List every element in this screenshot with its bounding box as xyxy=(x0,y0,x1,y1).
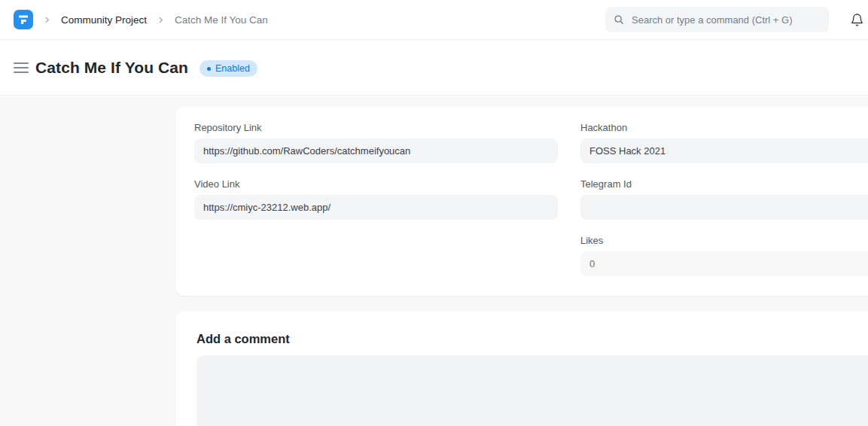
status-dot xyxy=(207,67,211,71)
hackathon-input[interactable] xyxy=(580,138,868,163)
field-repository-link: Repository Link xyxy=(194,123,558,163)
app-logo[interactable] xyxy=(14,10,33,29)
page-title: Catch Me If You Can xyxy=(35,59,188,77)
field-video-link: Video Link xyxy=(194,179,558,220)
telegram-id-input[interactable] xyxy=(580,195,868,220)
status-badge-label: Enabled xyxy=(215,63,250,74)
form-column-right: Hackathon Telegram Id Likes xyxy=(580,123,868,276)
frappe-logo-icon xyxy=(18,14,29,25)
likes-label: Likes xyxy=(580,236,868,246)
field-hackathon: Hackathon xyxy=(580,123,868,163)
breadcrumb-item-current: Catch Me If You Can xyxy=(175,14,268,26)
add-comment-title: Add a comment xyxy=(196,333,868,345)
hackathon-label: Hackathon xyxy=(580,123,868,133)
status-badge: Enabled xyxy=(199,60,257,77)
chevron-right-icon xyxy=(157,16,165,24)
form-grid: Repository Link Video Link Hackathon Tel… xyxy=(194,123,868,276)
global-search[interactable] xyxy=(605,7,829,32)
video-link-input[interactable] xyxy=(194,195,558,220)
page-header: Catch Me If You Can Enabled xyxy=(0,40,868,96)
field-likes: Likes xyxy=(580,236,868,276)
repository-link-label: Repository Link xyxy=(194,123,558,133)
notification-bell-icon[interactable] xyxy=(848,11,865,28)
breadcrumb-item-community-project[interactable]: Community Project xyxy=(61,14,147,26)
telegram-id-label: Telegram Id xyxy=(580,179,868,190)
comment-input[interactable] xyxy=(196,355,868,426)
form-column-left: Repository Link Video Link xyxy=(194,123,558,276)
likes-value xyxy=(580,251,868,276)
form-details-card: Repository Link Video Link Hackathon Tel… xyxy=(175,106,868,296)
search-input[interactable] xyxy=(630,14,821,26)
breadcrumb: Community Project Catch Me If You Can xyxy=(14,10,605,29)
navbar-actions xyxy=(605,7,865,32)
search-icon xyxy=(614,14,624,25)
sidebar-toggle-icon[interactable] xyxy=(14,62,29,73)
form-page-body: Repository Link Video Link Hackathon Tel… xyxy=(0,96,868,426)
field-telegram-id: Telegram Id xyxy=(580,179,868,220)
comments-card: Add a comment xyxy=(175,311,868,426)
navbar: Community Project Catch Me If You Can xyxy=(0,0,868,40)
chevron-right-icon xyxy=(43,16,51,24)
repository-link-input[interactable] xyxy=(194,138,558,163)
video-link-label: Video Link xyxy=(194,179,558,190)
